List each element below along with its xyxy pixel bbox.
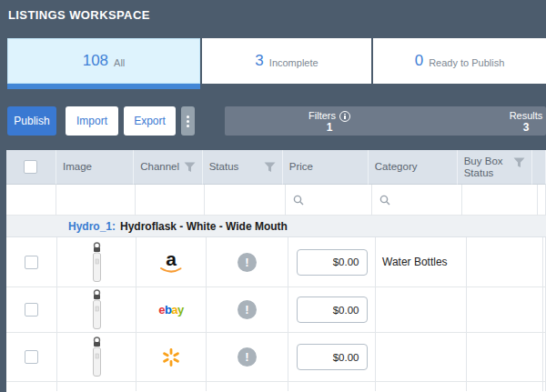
tab-ready-label: Ready to Publish (429, 55, 504, 68)
channel-filter-icon[interactable] (184, 162, 196, 173)
price-input[interactable] (297, 249, 368, 276)
table-header-row: Image Channel Status Price Category Buy … (6, 150, 546, 185)
table-row: ! (6, 333, 546, 382)
buybox-cell (467, 287, 543, 333)
table-row: a ! Water Bottles (6, 237, 546, 287)
group-sku-link[interactable]: Hydro_1: (68, 220, 116, 233)
price-input[interactable] (297, 344, 368, 370)
ebay-channel-icon: ebay (158, 303, 184, 317)
tab-all[interactable]: 108 All (7, 38, 200, 84)
table-row: ebay ! (6, 287, 546, 333)
vertical-dots-icon (187, 116, 189, 118)
col-header-image: Image (63, 161, 92, 173)
search-icon (293, 195, 304, 206)
tab-all-label: All (114, 55, 125, 68)
import-button[interactable]: Import (66, 106, 118, 136)
status-warning-icon[interactable]: ! (238, 300, 257, 319)
listing-group-row: Hydro_1: Hydroflask - White - Wide Mouth (6, 216, 546, 237)
listings-table: Image Channel Status Price Category Buy … (6, 150, 546, 392)
price-input[interactable] (297, 297, 368, 323)
tab-incomplete-label: Incomplete (269, 55, 318, 68)
export-button[interactable]: Export (124, 106, 176, 136)
tab-ready-count: 0 (415, 52, 423, 70)
buybox-filter-icon[interactable] (513, 157, 525, 168)
info-icon (339, 111, 350, 122)
category-cell[interactable]: Water Bottles (376, 237, 467, 287)
product-image-bottle (89, 337, 105, 377)
filters-results-bar: Filters 1 Results 3 (225, 106, 546, 136)
tab-all-count: 108 (83, 52, 108, 70)
more-actions-button[interactable] (181, 106, 195, 136)
col-header-channel: Channel (140, 161, 179, 173)
cut-column (532, 150, 546, 185)
col-header-status: Status (209, 161, 239, 173)
results-count: 3 (510, 122, 543, 134)
status-warning-icon[interactable]: ! (238, 253, 257, 272)
product-image-bottle (89, 289, 105, 330)
col-header-buybox-status: Buy Box Status (464, 156, 510, 179)
category-cell[interactable] (376, 287, 467, 333)
row-checkbox[interactable] (25, 256, 38, 269)
row-checkbox[interactable] (25, 350, 38, 364)
select-all-checkbox[interactable] (24, 160, 37, 174)
col-header-price: Price (289, 161, 313, 173)
filters-count: 1 (308, 122, 350, 134)
search-icon (379, 195, 390, 206)
category-search-input[interactable] (394, 195, 444, 206)
publish-button[interactable]: Publish (7, 106, 56, 136)
tab-ready-to-publish[interactable]: 0 Ready to Publish (373, 38, 546, 84)
status-warning-icon[interactable]: ! (238, 347, 257, 367)
table-row-partial (6, 382, 546, 391)
tab-incomplete-count: 3 (255, 52, 263, 70)
group-title: Hydroflask - White - Wide Mouth (120, 220, 288, 233)
buybox-cell (467, 237, 543, 287)
results-summary: Results 3 (510, 108, 543, 134)
tab-incomplete[interactable]: 3 Incomplete (202, 38, 371, 84)
row-checkbox[interactable] (25, 303, 38, 317)
col-header-category: Category (375, 161, 418, 173)
product-image-bottle (89, 242, 105, 283)
amazon-channel-icon: a (159, 249, 183, 275)
buybox-cell (467, 333, 543, 382)
walmart-channel-icon (161, 347, 181, 367)
active-tab-indicator (7, 84, 200, 89)
table-search-row (6, 185, 546, 216)
filters-summary[interactable]: Filters 1 (308, 108, 350, 134)
page-title: LISTINGS WORKSPACE (8, 8, 150, 22)
category-cell[interactable] (376, 333, 467, 382)
price-search-input[interactable] (308, 195, 358, 206)
status-filter-icon[interactable] (264, 162, 276, 173)
